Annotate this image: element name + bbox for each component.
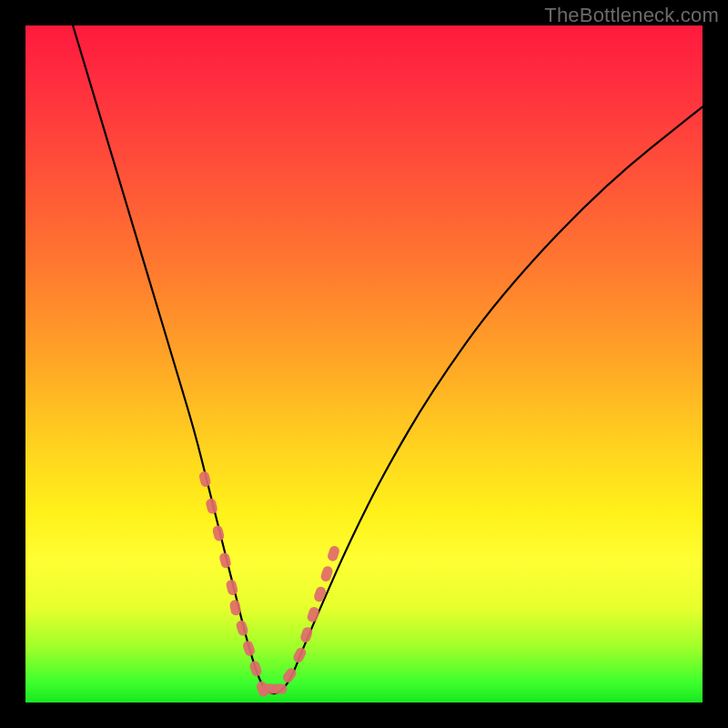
data-marker — [272, 684, 288, 694]
data-marker — [248, 660, 263, 678]
data-marker — [292, 646, 308, 664]
data-marker — [327, 544, 341, 562]
bottleneck-curve — [73, 25, 703, 693]
data-marker — [205, 498, 218, 515]
data-marker — [242, 640, 257, 658]
data-marker — [226, 579, 239, 596]
plot-area — [25, 25, 703, 703]
data-marker — [313, 585, 328, 603]
data-marker — [212, 524, 226, 541]
data-marker — [198, 470, 212, 488]
chart-frame: TheBottleneck.com — [0, 0, 728, 728]
data-marker — [235, 619, 249, 637]
watermark-text: TheBottleneck.com — [544, 4, 719, 27]
curve-layer — [25, 25, 703, 703]
data-marker — [218, 551, 232, 569]
data-marker — [306, 605, 320, 623]
